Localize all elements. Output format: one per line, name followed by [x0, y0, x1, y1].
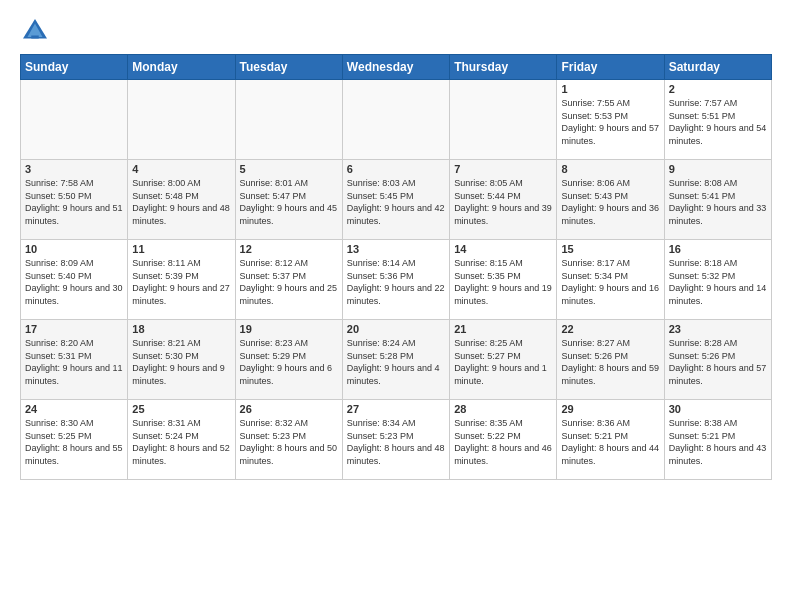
calendar-cell: 22Sunrise: 8:27 AM Sunset: 5:26 PM Dayli… — [557, 320, 664, 400]
calendar-cell: 19Sunrise: 8:23 AM Sunset: 5:29 PM Dayli… — [235, 320, 342, 400]
calendar-cell: 14Sunrise: 8:15 AM Sunset: 5:35 PM Dayli… — [450, 240, 557, 320]
day-number: 16 — [669, 243, 767, 255]
day-number: 21 — [454, 323, 552, 335]
day-number: 3 — [25, 163, 123, 175]
weekday-header-wednesday: Wednesday — [342, 55, 449, 80]
day-number: 14 — [454, 243, 552, 255]
day-number: 6 — [347, 163, 445, 175]
calendar-cell: 15Sunrise: 8:17 AM Sunset: 5:34 PM Dayli… — [557, 240, 664, 320]
logo — [20, 16, 54, 46]
calendar-table: SundayMondayTuesdayWednesdayThursdayFrid… — [20, 54, 772, 480]
calendar-cell: 24Sunrise: 8:30 AM Sunset: 5:25 PM Dayli… — [21, 400, 128, 480]
calendar-cell: 3Sunrise: 7:58 AM Sunset: 5:50 PM Daylig… — [21, 160, 128, 240]
day-info: Sunrise: 8:11 AM Sunset: 5:39 PM Dayligh… — [132, 257, 230, 307]
calendar-cell: 26Sunrise: 8:32 AM Sunset: 5:23 PM Dayli… — [235, 400, 342, 480]
calendar-cell: 13Sunrise: 8:14 AM Sunset: 5:36 PM Dayli… — [342, 240, 449, 320]
day-number: 29 — [561, 403, 659, 415]
calendar-cell: 25Sunrise: 8:31 AM Sunset: 5:24 PM Dayli… — [128, 400, 235, 480]
day-number: 26 — [240, 403, 338, 415]
day-info: Sunrise: 8:23 AM Sunset: 5:29 PM Dayligh… — [240, 337, 338, 387]
day-number: 7 — [454, 163, 552, 175]
day-info: Sunrise: 8:35 AM Sunset: 5:22 PM Dayligh… — [454, 417, 552, 467]
calendar-cell: 6Sunrise: 8:03 AM Sunset: 5:45 PM Daylig… — [342, 160, 449, 240]
day-number: 28 — [454, 403, 552, 415]
day-info: Sunrise: 8:38 AM Sunset: 5:21 PM Dayligh… — [669, 417, 767, 467]
day-info: Sunrise: 8:36 AM Sunset: 5:21 PM Dayligh… — [561, 417, 659, 467]
calendar-cell: 29Sunrise: 8:36 AM Sunset: 5:21 PM Dayli… — [557, 400, 664, 480]
day-info: Sunrise: 8:15 AM Sunset: 5:35 PM Dayligh… — [454, 257, 552, 307]
day-number: 8 — [561, 163, 659, 175]
weekday-header-saturday: Saturday — [664, 55, 771, 80]
week-row-4: 24Sunrise: 8:30 AM Sunset: 5:25 PM Dayli… — [21, 400, 772, 480]
day-info: Sunrise: 8:03 AM Sunset: 5:45 PM Dayligh… — [347, 177, 445, 227]
header — [20, 16, 772, 46]
day-number: 9 — [669, 163, 767, 175]
day-number: 12 — [240, 243, 338, 255]
week-row-1: 3Sunrise: 7:58 AM Sunset: 5:50 PM Daylig… — [21, 160, 772, 240]
day-number: 2 — [669, 83, 767, 95]
calendar-cell: 1Sunrise: 7:55 AM Sunset: 5:53 PM Daylig… — [557, 80, 664, 160]
day-number: 22 — [561, 323, 659, 335]
calendar-cell: 11Sunrise: 8:11 AM Sunset: 5:39 PM Dayli… — [128, 240, 235, 320]
calendar-cell: 9Sunrise: 8:08 AM Sunset: 5:41 PM Daylig… — [664, 160, 771, 240]
day-number: 17 — [25, 323, 123, 335]
calendar-cell: 5Sunrise: 8:01 AM Sunset: 5:47 PM Daylig… — [235, 160, 342, 240]
day-number: 18 — [132, 323, 230, 335]
day-info: Sunrise: 8:01 AM Sunset: 5:47 PM Dayligh… — [240, 177, 338, 227]
day-number: 25 — [132, 403, 230, 415]
day-info: Sunrise: 8:34 AM Sunset: 5:23 PM Dayligh… — [347, 417, 445, 467]
calendar-cell: 12Sunrise: 8:12 AM Sunset: 5:37 PM Dayli… — [235, 240, 342, 320]
day-info: Sunrise: 8:12 AM Sunset: 5:37 PM Dayligh… — [240, 257, 338, 307]
calendar-cell: 27Sunrise: 8:34 AM Sunset: 5:23 PM Dayli… — [342, 400, 449, 480]
day-number: 24 — [25, 403, 123, 415]
calendar-cell: 16Sunrise: 8:18 AM Sunset: 5:32 PM Dayli… — [664, 240, 771, 320]
svg-rect-2 — [31, 36, 39, 39]
day-info: Sunrise: 8:09 AM Sunset: 5:40 PM Dayligh… — [25, 257, 123, 307]
weekday-header-thursday: Thursday — [450, 55, 557, 80]
day-number: 30 — [669, 403, 767, 415]
day-number: 23 — [669, 323, 767, 335]
page: SundayMondayTuesdayWednesdayThursdayFrid… — [0, 0, 792, 612]
calendar-cell: 4Sunrise: 8:00 AM Sunset: 5:48 PM Daylig… — [128, 160, 235, 240]
calendar-cell — [342, 80, 449, 160]
calendar-cell: 23Sunrise: 8:28 AM Sunset: 5:26 PM Dayli… — [664, 320, 771, 400]
day-info: Sunrise: 7:58 AM Sunset: 5:50 PM Dayligh… — [25, 177, 123, 227]
day-info: Sunrise: 8:20 AM Sunset: 5:31 PM Dayligh… — [25, 337, 123, 387]
calendar-cell: 18Sunrise: 8:21 AM Sunset: 5:30 PM Dayli… — [128, 320, 235, 400]
day-info: Sunrise: 8:05 AM Sunset: 5:44 PM Dayligh… — [454, 177, 552, 227]
day-number: 27 — [347, 403, 445, 415]
day-info: Sunrise: 8:24 AM Sunset: 5:28 PM Dayligh… — [347, 337, 445, 387]
day-number: 11 — [132, 243, 230, 255]
day-info: Sunrise: 7:57 AM Sunset: 5:51 PM Dayligh… — [669, 97, 767, 147]
weekday-header-monday: Monday — [128, 55, 235, 80]
calendar-cell: 17Sunrise: 8:20 AM Sunset: 5:31 PM Dayli… — [21, 320, 128, 400]
week-row-2: 10Sunrise: 8:09 AM Sunset: 5:40 PM Dayli… — [21, 240, 772, 320]
day-info: Sunrise: 8:00 AM Sunset: 5:48 PM Dayligh… — [132, 177, 230, 227]
day-info: Sunrise: 8:30 AM Sunset: 5:25 PM Dayligh… — [25, 417, 123, 467]
calendar-cell: 21Sunrise: 8:25 AM Sunset: 5:27 PM Dayli… — [450, 320, 557, 400]
day-info: Sunrise: 8:31 AM Sunset: 5:24 PM Dayligh… — [132, 417, 230, 467]
calendar-cell: 30Sunrise: 8:38 AM Sunset: 5:21 PM Dayli… — [664, 400, 771, 480]
calendar-cell — [450, 80, 557, 160]
day-number: 20 — [347, 323, 445, 335]
logo-icon — [20, 16, 50, 46]
calendar-cell — [235, 80, 342, 160]
weekday-header-tuesday: Tuesday — [235, 55, 342, 80]
calendar-cell: 20Sunrise: 8:24 AM Sunset: 5:28 PM Dayli… — [342, 320, 449, 400]
calendar-cell: 28Sunrise: 8:35 AM Sunset: 5:22 PM Dayli… — [450, 400, 557, 480]
day-info: Sunrise: 8:17 AM Sunset: 5:34 PM Dayligh… — [561, 257, 659, 307]
week-row-0: 1Sunrise: 7:55 AM Sunset: 5:53 PM Daylig… — [21, 80, 772, 160]
day-info: Sunrise: 8:27 AM Sunset: 5:26 PM Dayligh… — [561, 337, 659, 387]
weekday-header-sunday: Sunday — [21, 55, 128, 80]
day-number: 19 — [240, 323, 338, 335]
day-info: Sunrise: 8:21 AM Sunset: 5:30 PM Dayligh… — [132, 337, 230, 387]
day-info: Sunrise: 8:25 AM Sunset: 5:27 PM Dayligh… — [454, 337, 552, 387]
calendar-cell: 7Sunrise: 8:05 AM Sunset: 5:44 PM Daylig… — [450, 160, 557, 240]
day-number: 1 — [561, 83, 659, 95]
calendar-cell: 2Sunrise: 7:57 AM Sunset: 5:51 PM Daylig… — [664, 80, 771, 160]
day-number: 13 — [347, 243, 445, 255]
day-info: Sunrise: 8:14 AM Sunset: 5:36 PM Dayligh… — [347, 257, 445, 307]
day-number: 5 — [240, 163, 338, 175]
calendar-cell — [21, 80, 128, 160]
day-info: Sunrise: 8:32 AM Sunset: 5:23 PM Dayligh… — [240, 417, 338, 467]
